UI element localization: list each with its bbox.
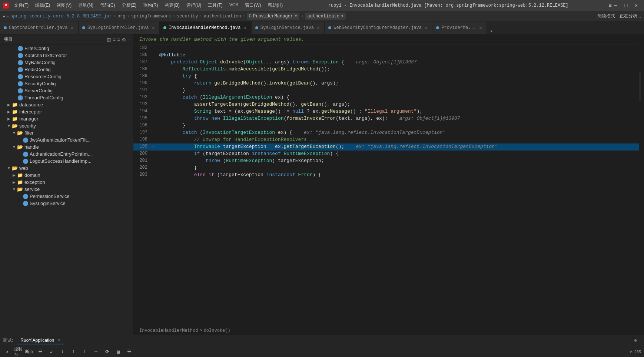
menu-item[interactable]: 导航(N)	[75, 1, 96, 9]
sidebar-item-authentry[interactable]: AuthenticationEntryPointIm...	[0, 151, 133, 158]
menu-item[interactable]: 重构(R)	[140, 1, 161, 9]
sidebar-item-web[interactable]: ▼ 📂 web	[0, 165, 133, 172]
menu-item[interactable]: 代码(C)	[97, 1, 118, 9]
tab-close-icon[interactable]: ✕	[70, 24, 74, 31]
sidebar-sync-icon[interactable]: ⊞	[107, 37, 111, 43]
tab-close-icon[interactable]: ✕	[424, 24, 428, 31]
sidebar-item-resources[interactable]: ResourcesConfig	[0, 73, 133, 80]
bottom-panel-collapse-icon[interactable]: ─	[638, 338, 641, 343]
step-out-btn[interactable]: ↑	[70, 348, 78, 356]
sidebar-item-kaptcha[interactable]: KaptchaTextCreator	[0, 52, 133, 59]
sidebar-item-datasource[interactable]: ▶ 📁 datasource	[0, 101, 133, 108]
menu-item[interactable]: 视图(V)	[54, 1, 74, 9]
sidebar-expand-icon[interactable]: ≡	[113, 37, 116, 43]
threads-btn[interactable]: ☰	[36, 348, 44, 356]
sidebar-item-handle[interactable]: ▼ 📂 handle	[0, 143, 133, 151]
reset-btn[interactable]: ⟳	[103, 348, 111, 356]
sidebar-item-security-folder[interactable]: ▼ 📂 security	[0, 122, 133, 129]
tab-overflow[interactable]: ▾	[487, 29, 495, 34]
sidebar-item-sysloginservice[interactable]: SysLoginService	[0, 200, 133, 207]
bottom-panel-settings-icon[interactable]: ⚙	[634, 338, 637, 343]
close-button[interactable]: ✕	[631, 1, 641, 10]
line-content: throw (RuntimeException) targetException…	[158, 158, 639, 164]
tab-captcha[interactable]: CaptchaController.java ✕	[0, 22, 79, 34]
bottom-tab-close-icon[interactable]: ✕	[57, 338, 61, 343]
tab-close-icon[interactable]: ✕	[243, 24, 247, 32]
menu-item[interactable]: 文件(F)	[11, 1, 31, 9]
sidebar-item-service-folder[interactable]: ▼ 📂 service	[0, 186, 133, 193]
bc-authenticate[interactable]: authenticate ▾	[305, 13, 346, 20]
step-over-btn[interactable]: ↙	[47, 348, 56, 356]
sidebar-item-permission[interactable]: PermissionService	[0, 193, 133, 200]
sidebar-item-mybatis[interactable]: MyBatisConfig	[0, 59, 133, 66]
sidebar-collapse-icon[interactable]: ≡	[117, 37, 120, 43]
sidebar-item-filter[interactable]: ▼ 📂 filter	[0, 129, 133, 136]
menu-item[interactable]: VCS	[226, 1, 242, 9]
sidebar-item-label: MyBatisConfig	[24, 60, 56, 65]
menu-item[interactable]: 窗口(W)	[242, 1, 264, 9]
sidebar-item-server[interactable]: ServerConfig	[0, 87, 133, 94]
tab-close-icon[interactable]: ✕	[316, 24, 321, 31]
tab-invocable[interactable]: InvocableHandlerMethod.java ✕	[160, 22, 252, 34]
run-cursor-btn[interactable]: ↑	[81, 348, 89, 356]
window-controls[interactable]: ─ □ ✕	[611, 1, 641, 10]
bottom-tab-ruoyi[interactable]: RuoYiApplication ✕	[17, 337, 63, 344]
maximize-button[interactable]: □	[621, 1, 631, 10]
sidebar-settings-icon[interactable]: ⚙	[122, 37, 126, 43]
tab-syslogin[interactable]: SysLoginController.java ✕	[79, 22, 160, 34]
line-content: ReflectionUtils.makeAccessible(getBridge…	[158, 66, 639, 72]
restart-btn[interactable]: ↺	[3, 348, 11, 356]
eval-btn[interactable]: →	[92, 348, 100, 356]
code-line-190: 190 return getBridgedMethod().invoke(get…	[133, 80, 639, 87]
code-line-199: 199 → Throwable targetException = ex.get…	[133, 143, 639, 151]
tab-providerma[interactable]: ProviderMa... ✕	[432, 22, 487, 34]
console-btn[interactable]: 控制台	[14, 348, 22, 356]
menu-item[interactable]: 分析(Z)	[119, 1, 139, 9]
sidebar-item-label: web	[19, 165, 28, 171]
tab-sysloginservice[interactable]: SysLoginService.java ✕	[252, 22, 325, 34]
sidebar-item-interceptor[interactable]: ▶ 📁 interceptor	[0, 108, 133, 115]
sidebar-close-icon[interactable]: ─	[128, 37, 132, 43]
code-line-203: 203 else if (targetException instanceof …	[133, 172, 639, 179]
nav-forward-icon[interactable]: ▶	[7, 14, 9, 19]
tab-close-icon[interactable]: ✕	[478, 24, 483, 31]
menu-item[interactable]: 构建(B)	[162, 1, 183, 9]
file-icon	[18, 67, 23, 72]
sidebar-item-redis[interactable]: RedisConfig	[0, 66, 133, 73]
layout-btn1[interactable]: ▤	[114, 348, 122, 356]
menu-item[interactable]: 运行(U)	[183, 1, 205, 9]
nav-back-icon[interactable]: ◀	[3, 14, 5, 19]
sidebar-item-security[interactable]: SecurityConfig	[0, 80, 133, 87]
code-content[interactable]: 182 186 @Nullable 187 protected Object d…	[133, 45, 639, 326]
bc-providerManager[interactable]: C ProviderManager ▾	[247, 13, 299, 20]
menu-item[interactable]: 编辑(E)	[32, 1, 53, 9]
line-arrow	[152, 66, 158, 67]
menu-item[interactable]: 工具(T)	[205, 1, 225, 9]
sidebar-item-jwt[interactable]: JwtAuthenticationTokenFilt...	[0, 136, 133, 143]
sidebar-item-exception[interactable]: ▶ 📁 exception	[0, 179, 133, 186]
line-arrow	[152, 52, 158, 53]
line-number: 190	[133, 80, 152, 86]
tab-dot	[163, 26, 166, 29]
bc-org: org	[117, 14, 126, 19]
sidebar-item-logout[interactable]: LogoutSuccessHandlerImp...	[0, 158, 133, 165]
panel-layout-btn[interactable]: ⊞	[606, 1, 614, 10]
tab-websecurity[interactable]: WebSecurityConfigurerAdapter.java ✕	[325, 22, 432, 34]
step-into-btn[interactable]: ↓	[59, 348, 67, 356]
menu-bar[interactable]: 文件(F)编辑(E)视图(V)导航(N)代码(C)分析(Z)重构(R)构建(B)…	[11, 1, 286, 9]
breadcrumb-method2: doInvoke()	[204, 328, 230, 333]
line-arrow	[152, 136, 158, 137]
sidebar-item-manager[interactable]: ▶ 📁 manager	[0, 115, 133, 122]
sidebar-item-filterconfig[interactable]: FilterConfig	[0, 45, 133, 52]
breakpoint-btn[interactable]: 断点	[25, 348, 33, 356]
sidebar-item-domain[interactable]: ▶ 📁 domain	[0, 172, 133, 179]
line-content: String text = (ex.getMessage() != null ?…	[158, 108, 639, 115]
sidebar-item-label: security	[19, 123, 36, 129]
sidebar-item-label: exception	[24, 179, 45, 185]
bc-springframework: springframework	[131, 14, 171, 19]
sidebar-item-threadpool[interactable]: ThreadPoolConfig	[0, 94, 133, 101]
reading-mode-btn[interactable]: 阅读模式	[597, 13, 615, 19]
menu-item[interactable]: 帮助(H)	[265, 1, 286, 9]
tab-close-icon[interactable]: ✕	[151, 24, 156, 31]
layout-btn2[interactable]: ☰	[125, 348, 133, 356]
